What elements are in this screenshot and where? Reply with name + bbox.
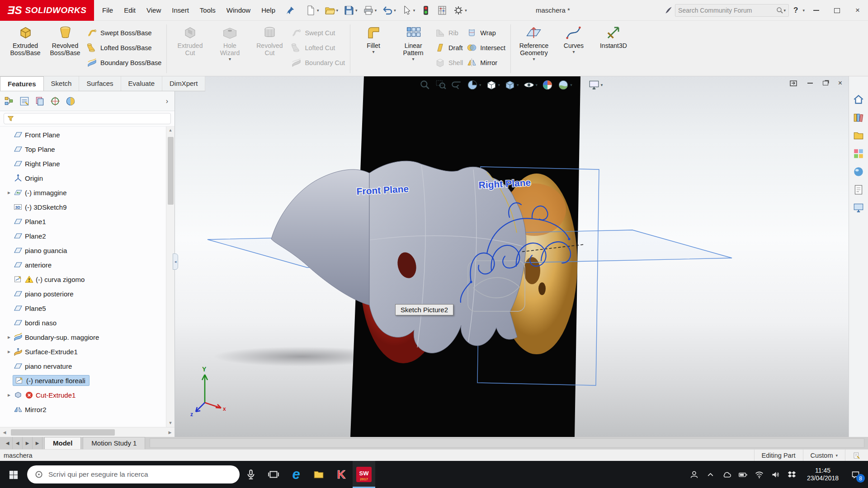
view-settings-icon[interactable]: ▾ — [588, 79, 603, 91]
reference-geometry-button[interactable]: Reference Geometry ▾ — [514, 23, 554, 61]
tree-item-surface-extrude1[interactable]: ▸Surface-Extrude1 — [0, 344, 166, 359]
tree-item-bordi-naso[interactable]: bordi naso — [0, 315, 166, 330]
tree-item-front-plane[interactable]: Front Plane — [0, 127, 166, 142]
status-tag-icon[interactable] — [845, 450, 868, 461]
first-tab-icon[interactable]: ◀ — [3, 437, 13, 449]
people-icon[interactable] — [689, 470, 699, 479]
tab-motion-study[interactable]: Motion Study 1 — [83, 437, 145, 449]
hide-show-items-icon[interactable]: ▾ — [523, 79, 538, 91]
status-units-selector[interactable]: Custom▾ — [803, 450, 845, 461]
boundary-cut-button[interactable]: Boundary Cut — [291, 56, 345, 69]
tree-item-immaggine[interactable]: ▸(-) immaggine — [0, 185, 166, 200]
tree-item-plane2[interactable]: Plane2 — [0, 229, 166, 243]
solidworks-taskbar-button[interactable]: SW 2017 — [353, 461, 375, 488]
community-search-box[interactable]: ▾ — [675, 4, 789, 17]
rib-button[interactable]: Rib — [435, 26, 463, 39]
taskbar-clock[interactable]: 11:45 23/04/2018 — [803, 467, 842, 482]
tree-item-anteriore[interactable]: anteriore — [0, 258, 166, 272]
previous-tab-icon[interactable]: ◀ — [13, 437, 23, 449]
expand-arrow-icon[interactable]: ▸ — [5, 189, 13, 196]
linear-pattern-button[interactable]: Linear Pattern ▾ — [393, 23, 433, 61]
file-explorer-button[interactable] — [307, 461, 330, 488]
tab-model[interactable]: Model — [44, 437, 81, 449]
tree-item-nervature-floreali[interactable]: (-) nervature floreali — [0, 373, 166, 388]
file-explorer-icon[interactable] — [853, 130, 864, 141]
display-style-icon[interactable]: ▾ — [504, 79, 519, 91]
menu-insert[interactable]: Insert — [166, 0, 194, 21]
tree-item-plane1[interactable]: Plane1 — [0, 214, 166, 229]
new-document-button[interactable]: ▾ — [302, 1, 322, 19]
hole-wizard-button[interactable]: Hole Wizard ▾ — [210, 23, 250, 61]
expand-arrow-icon[interactable]: ▸ — [5, 392, 13, 398]
boundary-boss-button[interactable]: Boundary Boss/Base — [87, 56, 161, 69]
scroll-down-icon[interactable]: ▼ — [166, 419, 175, 427]
configuration-manager-tab-icon[interactable] — [34, 96, 45, 107]
network-wifi-icon[interactable] — [755, 470, 764, 479]
tree-item-piano-guancia[interactable]: piano guancia — [0, 243, 166, 258]
swept-boss-button[interactable]: Swept Boss/Base — [87, 26, 161, 39]
taskbar-search-box[interactable] — [27, 465, 240, 483]
taskbar-search-input[interactable] — [48, 470, 232, 479]
instant3d-button[interactable]: Instant3D — [594, 23, 633, 49]
tree-horizontal-scrollbar[interactable]: ◀ ▶ — [0, 427, 175, 437]
maximize-button[interactable] — [827, 0, 846, 21]
battery-icon[interactable] — [738, 470, 748, 479]
community-search-input[interactable] — [678, 7, 775, 14]
scroll-right-icon[interactable]: ▶ — [165, 430, 175, 435]
menu-view[interactable]: View — [141, 0, 166, 21]
3d-scene[interactable]: Front Plane Right Plane — [175, 76, 849, 437]
previous-view-icon[interactable] — [451, 79, 462, 91]
microphone-icon[interactable] — [240, 461, 262, 488]
section-view-icon[interactable]: ▾ — [467, 79, 481, 91]
revolved-cut-button[interactable]: Revolved Cut — [250, 23, 289, 56]
task-view-button[interactable] — [262, 461, 285, 488]
xpert-tools-button[interactable] — [434, 1, 450, 19]
tree-item-origin[interactable]: Origin — [0, 171, 166, 185]
tree-item-piano-posteriore[interactable]: piano posteriore — [0, 286, 166, 301]
last-tab-icon[interactable]: ▶ — [33, 437, 42, 449]
menu-tools[interactable]: Tools — [194, 0, 221, 21]
scroll-left-icon[interactable]: ◀ — [0, 430, 9, 435]
zoom-to-fit-icon[interactable] — [419, 79, 431, 91]
tab-surfaces[interactable]: Surfaces — [79, 76, 121, 91]
panel-expand-chevron-icon[interactable]: › — [163, 97, 171, 105]
close-button[interactable]: × — [848, 0, 867, 21]
lofted-cut-button[interactable]: Lofted Cut — [291, 41, 345, 54]
print-button[interactable]: ▾ — [360, 1, 380, 19]
swept-cut-button[interactable]: Swept Cut — [291, 26, 345, 39]
edge-browser-button[interactable]: e — [285, 461, 307, 488]
help-caret-icon[interactable]: ▾ — [802, 8, 805, 13]
wrap-button[interactable]: Wrap — [467, 26, 505, 39]
search-scope-caret-icon[interactable]: ▾ — [784, 8, 786, 13]
home-icon[interactable] — [853, 94, 864, 105]
tab-sketch[interactable]: Sketch — [44, 76, 80, 91]
document-minimize-icon[interactable] — [807, 83, 813, 84]
save-button[interactable]: ▾ — [341, 1, 360, 19]
draft-button[interactable]: Draft — [435, 41, 463, 54]
expand-arrow-icon[interactable]: ▸ — [5, 348, 13, 355]
help-button[interactable]: ? — [791, 6, 801, 15]
start-button[interactable] — [0, 461, 26, 488]
custom-properties-icon[interactable] — [853, 184, 864, 196]
lofted-boss-button[interactable]: Lofted Boss/Base — [87, 41, 161, 54]
feature-tree-tab-icon[interactable] — [4, 96, 14, 107]
mirror-button[interactable]: Mirror — [467, 56, 505, 69]
view-orientation-icon[interactable]: ▾ — [486, 79, 500, 91]
tree-item-cut-extrude1[interactable]: ▸Cut-Extrude1 — [0, 388, 166, 402]
panel-splitter-handle[interactable]: ◂ — [173, 253, 178, 270]
appearances-icon[interactable] — [853, 166, 864, 178]
graphics-viewport[interactable]: Front Plane Right Plane ▾ ▾ ▾ ▾ ▾ ▾ — [175, 76, 849, 437]
kaspersky-button[interactable]: K — [330, 461, 353, 488]
tab-features[interactable]: Features — [0, 76, 44, 91]
view-palette-icon[interactable] — [853, 148, 864, 160]
open-document-button[interactable]: ▾ — [322, 1, 341, 19]
tree-item-right-plane[interactable]: Right Plane — [0, 156, 166, 171]
menu-edit[interactable]: Edit — [118, 0, 141, 21]
onedrive-cloud-icon[interactable] — [722, 470, 731, 479]
action-center-button[interactable]: 8 — [849, 468, 862, 481]
tab-dimxpert[interactable]: DimXpert — [162, 76, 206, 91]
select-tool-button[interactable]: ▾ — [399, 1, 418, 19]
volume-icon[interactable] — [771, 470, 780, 479]
forum-monitor-icon[interactable] — [853, 202, 864, 214]
menu-help[interactable]: Help — [256, 0, 281, 21]
